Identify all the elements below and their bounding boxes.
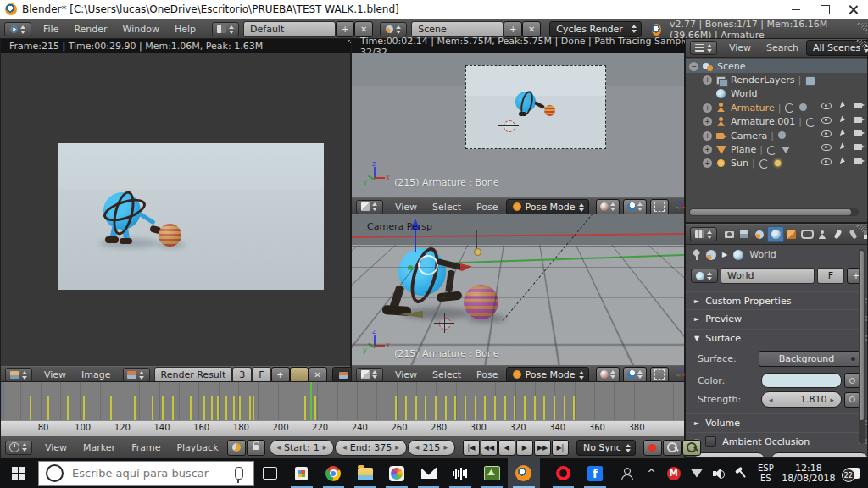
show-hidden-icons-button[interactable]: ^ [641,458,661,488]
viewport-shading-select[interactable] [596,367,620,383]
tab-render-layers[interactable] [737,227,752,241]
close-button[interactable] [839,0,868,19]
editor-type-button[interactable] [356,368,383,382]
tab-bone[interactable] [830,227,845,241]
outliner-row-sun[interactable]: + Sun | [686,157,867,170]
outliner-hscrollbar-track[interactable] [689,208,859,216]
panel-preview[interactable]: ► Preview [686,309,868,327]
sync-mode-select[interactable]: No Sync [576,440,636,456]
taskbar-item-facebook[interactable]: f [579,458,610,488]
outliner-row-armature[interactable]: + Armature | [686,101,867,114]
taskbar-item-mail[interactable] [413,458,444,488]
strength-slider[interactable]: ◂1.810▸ [761,391,842,408]
axis-manipulator-button[interactable] [669,368,686,382]
world-name-field[interactable]: World [721,268,815,284]
surface-shader-select[interactable]: Background [759,351,860,367]
menu-help[interactable]: Help [167,24,203,35]
current-frame-indicator[interactable] [310,382,312,420]
screen-layout-icon-button[interactable] [212,22,239,36]
add-layout-button[interactable]: + [336,21,354,37]
render-toggle-icon[interactable] [854,144,862,150]
ao-distance-slider[interactable]: ◂Distan: 10.000▸ [771,452,868,458]
fake-user-button[interactable]: F [817,268,844,284]
menu-render[interactable]: Render [66,24,114,35]
viewport-shading-select[interactable] [596,199,620,215]
editor-type-button[interactable] [5,368,32,382]
minimize-button[interactable] [782,0,810,19]
taskbar-item-store[interactable] [286,458,317,488]
search-input[interactable] [70,466,235,480]
editor-type-button[interactable] [5,441,32,455]
tray-volume[interactable] [708,458,730,488]
mode-select[interactable]: Pose Mode [506,367,590,383]
language-indicator[interactable]: ESP ES [752,458,779,488]
image-editor-canvas[interactable] [1,53,350,366]
task-view-button[interactable] [254,458,286,488]
editor-type-button[interactable] [356,200,383,214]
hide-toggle-eye-icon[interactable] [821,103,832,109]
menu-view[interactable]: View [36,369,74,380]
expand-toggle[interactable]: + [703,103,712,113]
outliner-row-world[interactable]: World [686,87,867,101]
menu-view[interactable]: View [37,442,75,453]
hide-toggle-eye-icon[interactable] [821,144,832,151]
menu-view[interactable]: View [387,369,425,380]
panel-surface[interactable]: ▼ Surface [686,329,868,347]
outliner-row-armature001[interactable]: + Armature.001 | [686,115,867,129]
expand-toggle[interactable]: + [703,131,712,141]
selectable-toggle-icon[interactable] [840,115,846,123]
taskbar-item-chrome[interactable] [318,458,349,488]
scene-breadcrumb-icon[interactable] [706,250,716,260]
clock[interactable]: 12:18 18/08/2018 [779,458,837,488]
outliner-row-plane[interactable]: + Plane | [686,142,867,156]
taskbar-item-explorer[interactable] [349,458,381,488]
taskbar-item-opera[interactable] [548,458,579,488]
next-keyframe-button[interactable]: ▶▶ [534,440,551,456]
screen-layout-field[interactable]: Default [243,21,336,37]
panel-volume[interactable]: ► Volume [686,413,868,431]
expand-toggle[interactable]: + [703,117,712,126]
hide-toggle-eye-icon[interactable] [821,130,832,137]
pivot-point-select[interactable] [623,367,647,383]
keying-set-button[interactable] [663,440,682,456]
timeline-keyframe-area[interactable] [1,382,684,420]
outliner-row-camera[interactable]: + Camera | [686,129,867,142]
menu-pose[interactable]: Pose [469,202,505,213]
selectable-toggle-icon[interactable] [840,157,846,164]
scene-icon-button[interactable] [380,22,407,36]
render-toggle-icon[interactable] [854,103,862,108]
image-datablock-icon[interactable] [123,368,150,382]
hide-toggle-eye-icon[interactable] [821,117,832,124]
outliner-row-renderlayers[interactable]: + RenderLayers | [686,73,867,86]
properties-vscrollbar-track[interactable] [859,249,865,444]
maximize-button[interactable] [810,0,839,19]
menu-window[interactable]: Window [115,24,167,35]
taskbar-item-image-viewer[interactable] [476,458,508,488]
jump-to-end-button[interactable]: ▶| [552,440,569,456]
manipulator-toggle[interactable] [650,367,669,383]
world-browse-button[interactable] [691,269,718,283]
tray-connector[interactable] [730,458,752,488]
editor-type-button[interactable] [4,22,31,36]
expand-toggle[interactable]: − [689,62,698,71]
menu-marker[interactable]: Marker [75,442,123,453]
people-button[interactable] [611,458,642,488]
tray-mega[interactable]: M [662,458,686,488]
tab-constraints[interactable] [799,227,815,241]
menu-view[interactable]: View [387,202,425,213]
tray-network[interactable] [686,458,708,488]
pivot-point-select[interactable] [623,199,647,215]
lock-button[interactable] [247,440,265,456]
viewport-3d-canvas[interactable]: Camera Persp z x y (215) Armature : Bone [352,214,684,365]
tab-object-data[interactable] [815,227,830,241]
menu-pose[interactable]: Pose [469,369,505,380]
menu-select[interactable]: Select [425,369,469,380]
mode-select[interactable]: Pose Mode [506,199,590,215]
taskbar-item-photos[interactable] [381,458,412,488]
start-button[interactable] [0,458,36,488]
pin-icon[interactable] [693,250,700,260]
tab-render[interactable] [721,227,737,241]
taskbar-item-audacity[interactable] [444,458,476,488]
render-toggle-icon[interactable] [854,130,862,136]
render-toggle-icon[interactable] [854,158,862,164]
